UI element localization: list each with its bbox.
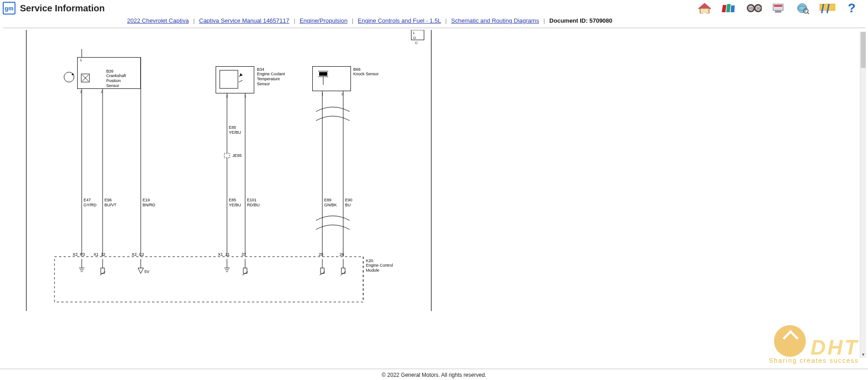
home-icon[interactable] [696,2,713,15]
crumb-subsection[interactable]: Engine Controls and Fuel - 1.5L [358,17,441,24]
header-divider [3,28,865,28]
svg-rect-3 [722,5,726,12]
svg-rect-1 [700,9,709,13]
crumb-manual[interactable]: Captiva Service Manual 14657117 [199,17,290,24]
docid-value: 5709080 [589,17,612,24]
wire-e101: E101 RD/BU [247,198,260,208]
footer: © 2022 General Motors. All rights reserv… [0,369,868,380]
ecm-pin-6: 25 [319,252,323,257]
watermark-arrow-icon [774,325,806,357]
wire-e85-lower: E85 YE/BU [229,198,241,208]
svg-rect-14 [775,10,781,13]
ecm-pin-2: X1 32 [94,252,105,257]
globe-icon[interactable] [794,2,811,15]
watermark-title: DHT [810,336,859,359]
wire-e85-upper: E85 YE/BU [229,125,241,135]
diagram-viewport: L O C 1 3 2 B26 Crankshaft Position Sens… [0,30,868,369]
svg-line-17 [807,12,809,14]
tools-icon[interactable] [770,2,786,15]
binoculars-icon[interactable]: 6530 [745,2,762,15]
breadcrumb: 2022 Chevrolet Captiva | Captiva Service… [0,15,868,28]
tsb-icon[interactable] [819,2,835,15]
scroll-thumb[interactable] [861,32,866,68]
wiring-diagram: L O C 1 3 2 B26 Crankshaft Position Sens… [9,30,445,311]
scroll-down-icon[interactable]: ▼ [860,351,866,358]
crumb-docgroup[interactable]: Schematic and Routing Diagrams [451,17,539,24]
ecm-pin-3: X2 C2 [132,252,144,257]
wire-e47: E47 GY/RD [84,198,97,208]
copyright-text: © 2022 General Motors. All rights reserv… [382,372,486,378]
header-bar: gm Service Information 6530 ? [0,0,868,15]
books-icon[interactable] [721,2,737,15]
wire-e90: E90 BU [345,198,352,208]
gm-logo: gm [3,2,15,15]
svg-text:30: 30 [756,6,760,10]
svg-rect-13 [774,5,782,7]
crumb-vehicle[interactable]: 2022 Chevrolet Captiva [127,17,189,24]
watermark: DHT Sharing creates success [769,325,859,364]
toolbar: 6530 ? [696,2,863,15]
svg-rect-41 [224,153,230,158]
ecm-pin-7: 26 [340,252,344,257]
wire-e89: E89 GN/BK [324,198,337,208]
splice-je85: JE85 [232,153,242,158]
volt-label: 5V [144,269,149,274]
wire-e19: E19 BN/RD [143,198,155,208]
svg-text:65: 65 [749,6,753,10]
ecm-pin-4: X1 21 [218,252,230,257]
ecm-pin-1: X2 P3 [73,252,85,257]
svg-rect-46 [54,257,363,302]
page-title: Service Information [20,3,105,14]
docid-label: Document ID: [549,17,588,24]
svg-marker-2 [698,3,711,9]
ecm-pin-5: 37 [242,252,246,257]
help-icon[interactable]: ? [843,2,860,15]
svg-point-15 [798,4,807,13]
watermark-sub: Sharing creates success [769,357,859,364]
wire-e96: E96 BU/VT [104,198,117,208]
vertical-scrollbar[interactable]: ▲ ▼ [860,32,866,358]
crumb-section[interactable]: Engine/Propulsion [300,17,348,24]
svg-rect-5 [730,5,735,12]
ecm-name: Engine Control Module [366,263,393,273]
svg-rect-4 [726,4,731,12]
